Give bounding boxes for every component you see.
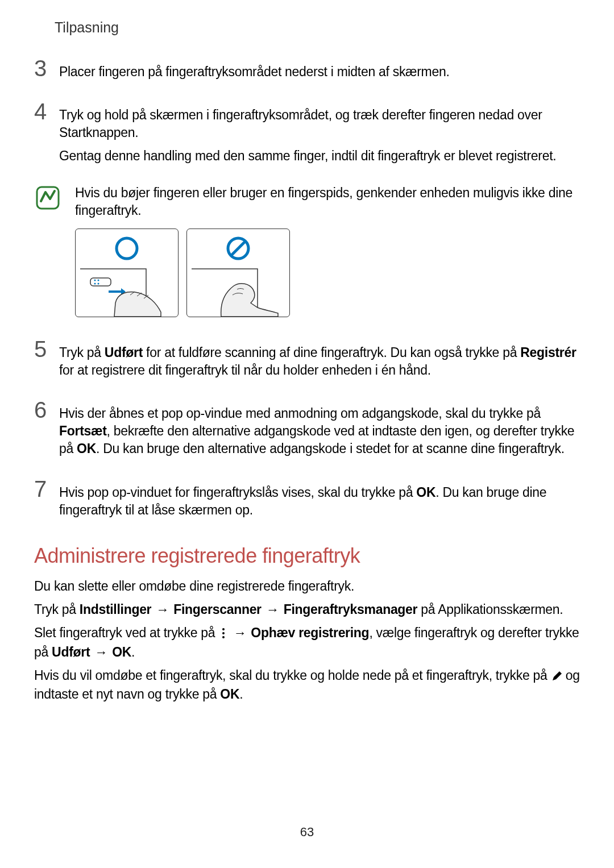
step-body: Tryk på Udført for at fuldføre scanning … [59, 344, 580, 385]
paragraph: Du kan slette eller omdøbe dine registre… [34, 577, 580, 596]
paragraph: Slet fingeraftryk ved at trykke på → Oph… [34, 624, 580, 662]
step-number: 5 [34, 338, 59, 360]
illustration-incorrect [186, 229, 290, 317]
step-text: Tryk på Udført for at fuldføre scanning … [59, 344, 580, 379]
page-number: 63 [0, 825, 614, 840]
svg-line-8 [231, 242, 245, 255]
step-number: 4 [34, 100, 59, 123]
step-body: Tryk og hold på skærmen i fingeraftrykso… [59, 106, 580, 171]
info-text: Hvis du bøjer fingeren eller bruger en f… [75, 184, 580, 219]
page-header: Tilpasning [55, 19, 119, 36]
step-5: 5 Tryk på Udført for at fuldføre scannin… [34, 338, 580, 385]
svg-point-1 [117, 238, 137, 259]
step-6: 6 Hvis der åbnes et pop op-vindue med an… [34, 398, 580, 463]
pen-icon [551, 670, 562, 681]
section-title: Administrere registrerede fingeraftryk [34, 544, 580, 568]
page-content: 3 Placer fingeren på fingeraftryksområde… [34, 57, 580, 709]
illustration-row [75, 229, 580, 317]
svg-point-4 [98, 280, 99, 281]
step-body: Hvis pop op-vinduet for fingeraftrykslås… [59, 484, 580, 525]
info-box: Hvis du bøjer fingeren eller bruger en f… [34, 184, 580, 219]
step-7: 7 Hvis pop op-vinduet for fingeraftryksl… [34, 477, 580, 525]
step-text: Tryk og hold på skærmen i fingeraftrykso… [59, 106, 580, 142]
step-number: 7 [34, 477, 59, 500]
step-text: Hvis der åbnes et pop op-vindue med anmo… [59, 405, 580, 458]
svg-point-3 [94, 280, 96, 281]
step-number: 6 [34, 398, 59, 421]
more-options-icon [218, 626, 229, 639]
paragraph: Hvis du vil omdøbe et fingeraftryk, skal… [34, 666, 580, 704]
svg-rect-2 [90, 278, 111, 286]
step-body: Placer fingeren på fingeraftryksområdet … [59, 63, 580, 86]
svg-point-5 [94, 283, 96, 285]
svg-point-6 [98, 283, 99, 285]
step-text: Placer fingeren på fingeraftryksområdet … [59, 63, 580, 81]
step-text: Gentag denne handling med den samme fing… [59, 147, 580, 165]
step-3: 3 Placer fingeren på fingeraftryksområde… [34, 57, 580, 86]
step-text: Hvis pop op-vinduet for fingeraftrykslås… [59, 484, 580, 519]
step-number: 3 [34, 57, 59, 80]
paragraph: Tryk på Indstillinger → Fingerscanner → … [34, 600, 580, 619]
info-icon [34, 184, 61, 211]
illustration-correct [75, 229, 179, 317]
step-4: 4 Tryk og hold på skærmen i fingeraftryk… [34, 100, 580, 171]
step-body: Hvis der åbnes et pop op-vindue med anmo… [59, 405, 580, 463]
